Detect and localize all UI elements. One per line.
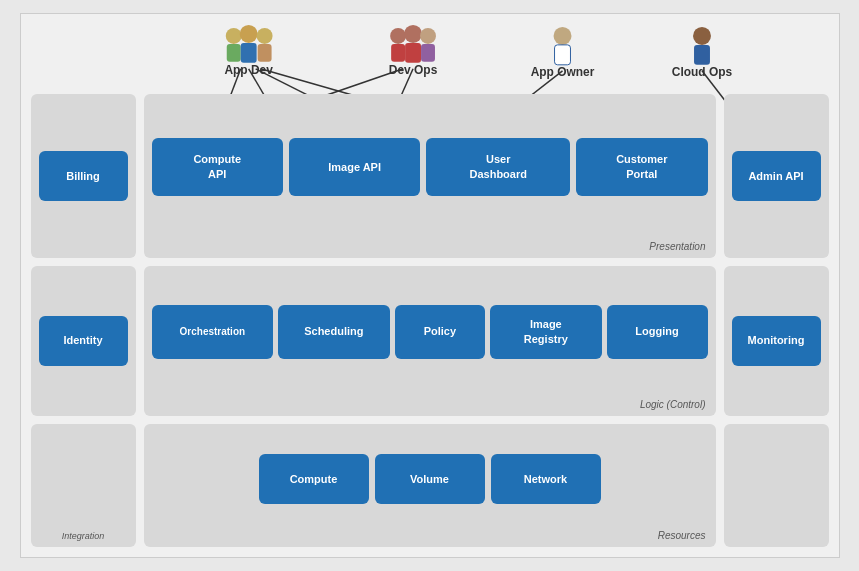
left-column: Billing Identity Integration bbox=[31, 94, 136, 547]
monitoring-panel: Monitoring bbox=[724, 266, 829, 416]
volume-box: Volume bbox=[375, 454, 485, 504]
svg-point-4 bbox=[256, 28, 272, 44]
monitoring-box: Monitoring bbox=[732, 316, 821, 366]
svg-rect-3 bbox=[240, 43, 256, 63]
customer-portal-box: CustomerPortal bbox=[576, 138, 707, 196]
svg-point-9 bbox=[404, 25, 422, 43]
identity-box: Identity bbox=[39, 316, 128, 366]
orchestration-box: Orchestration bbox=[152, 305, 274, 359]
svg-rect-10 bbox=[405, 43, 421, 63]
resources-label: Resources bbox=[658, 530, 706, 541]
policy-box: Policy bbox=[395, 305, 486, 359]
svg-rect-5 bbox=[257, 44, 271, 62]
user-dashboard-box: UserDashboard bbox=[426, 138, 570, 196]
logic-boxes: Orchestration Scheduling Policy ImageReg… bbox=[152, 274, 708, 408]
logging-box: Logging bbox=[607, 305, 708, 359]
billing-panel: Billing bbox=[31, 94, 136, 258]
right-bottom-panel bbox=[724, 424, 829, 547]
billing-box: Billing bbox=[39, 151, 128, 201]
integration-label: Integration bbox=[62, 531, 105, 541]
scheduling-box: Scheduling bbox=[278, 305, 389, 359]
image-registry-box: ImageRegistry bbox=[490, 305, 601, 359]
presentation-layer: ComputeAPI Image API UserDashboard Custo… bbox=[144, 94, 716, 258]
svg-point-0 bbox=[225, 28, 241, 44]
identity-panel: Identity bbox=[31, 266, 136, 416]
admin-api-panel: Admin API bbox=[724, 94, 829, 258]
logic-layer: Orchestration Scheduling Policy ImageReg… bbox=[144, 266, 716, 416]
svg-point-2 bbox=[239, 25, 257, 43]
compute-box: Compute bbox=[259, 454, 369, 504]
svg-text:Dev Ops: Dev Ops bbox=[388, 63, 437, 77]
compute-api-box: ComputeAPI bbox=[152, 138, 283, 196]
svg-rect-12 bbox=[421, 44, 435, 62]
svg-point-14 bbox=[553, 27, 571, 45]
svg-rect-18 bbox=[694, 45, 710, 65]
logic-label: Logic (Control) bbox=[640, 399, 706, 410]
svg-point-7 bbox=[390, 28, 406, 44]
resources-layer: Compute Volume Network Resources bbox=[144, 424, 716, 547]
admin-api-box: Admin API bbox=[732, 151, 821, 201]
svg-rect-15 bbox=[554, 45, 570, 65]
svg-text:App Owner: App Owner bbox=[530, 65, 594, 79]
presentation-boxes: ComputeAPI Image API UserDashboard Custo… bbox=[152, 102, 708, 250]
network-box: Network bbox=[491, 454, 601, 504]
diagram-container: App Dev Dev Ops App Owner Cloud Ops bbox=[20, 13, 840, 558]
resources-boxes: Compute Volume Network bbox=[152, 432, 708, 539]
integration-panel: Integration bbox=[31, 424, 136, 547]
center-area: ComputeAPI Image API UserDashboard Custo… bbox=[144, 94, 716, 547]
image-api-box: Image API bbox=[289, 138, 420, 196]
svg-point-11 bbox=[420, 28, 436, 44]
svg-rect-8 bbox=[391, 44, 405, 62]
svg-rect-1 bbox=[226, 44, 240, 62]
svg-point-17 bbox=[693, 27, 711, 45]
main-area: Billing Identity Integration ComputeAPI … bbox=[31, 94, 829, 547]
svg-text:Cloud Ops: Cloud Ops bbox=[671, 65, 732, 79]
presentation-label: Presentation bbox=[649, 241, 705, 252]
svg-text:App Dev: App Dev bbox=[224, 63, 273, 77]
right-column: Admin API Monitoring bbox=[724, 94, 829, 547]
